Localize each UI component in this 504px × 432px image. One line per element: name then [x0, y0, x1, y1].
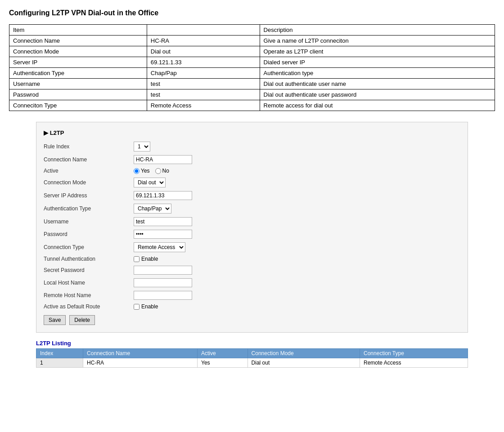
- connection-type-row: Connection Type Remote Access: [44, 242, 460, 252]
- local-host-row: Local Host Name: [44, 278, 460, 287]
- listing-col-type: Connection Type: [360, 349, 468, 358]
- active-no-radio[interactable]: [155, 168, 161, 174]
- form-buttons: Save Delete: [44, 315, 460, 325]
- config-table: Item Description Connection Name HC-RA G…: [9, 24, 495, 111]
- listing-col-active: Active: [198, 349, 248, 358]
- tunnel-auth-enable-option[interactable]: Enable: [134, 256, 158, 262]
- password-row: Password: [44, 230, 460, 239]
- table-row: Passwrod test Dial out authenticate user…: [9, 89, 495, 100]
- listing-title: L2TP Listing: [36, 340, 468, 347]
- active-yes-option[interactable]: Yes: [134, 168, 150, 174]
- listing-cell-name: HC-RA: [83, 358, 198, 368]
- rule-index-label: Rule Index: [44, 143, 134, 150]
- listing-col-index: Index: [36, 349, 83, 358]
- l2tp-form-panel: ▶ L2TP Rule Index 1 Connection Name Acti…: [36, 122, 468, 333]
- col-value-header: [147, 25, 260, 36]
- remote-host-label: Remote Host Name: [44, 292, 134, 298]
- default-route-label: Active as Default Route: [44, 303, 134, 310]
- table-row: Server IP 69.121.1.33 Dialed server IP: [9, 57, 495, 68]
- local-host-label: Local Host Name: [44, 280, 134, 286]
- tunnel-auth-row: Tunnel Authentication Enable: [44, 256, 460, 262]
- remote-host-row: Remote Host Name: [44, 291, 460, 300]
- auth-type-select[interactable]: Chap/Pap: [134, 204, 171, 214]
- table-row: Connection Name HC-RA Give a name of L2T…: [9, 36, 495, 46]
- panel-title: ▶ L2TP: [44, 129, 460, 136]
- page-title: Configuring L2TP VPN Dial-out in the Off…: [9, 9, 495, 17]
- panel-title-icon: ▶: [44, 129, 48, 136]
- connection-name-input[interactable]: [134, 155, 192, 164]
- tunnel-auth-label: Tunnel Authentication: [44, 256, 134, 262]
- secret-password-label: Secret Password: [44, 267, 134, 273]
- table-row: Authentication Type Chap/Pap Authenticat…: [9, 68, 495, 79]
- server-ip-input[interactable]: [134, 191, 192, 200]
- rule-index-select[interactable]: 1: [134, 142, 150, 151]
- rule-index-row: Rule Index 1: [44, 142, 460, 151]
- listing-cell-active: Yes: [198, 358, 248, 368]
- listing-col-name: Connection Name: [83, 349, 198, 358]
- listing-row: 1 HC-RA Yes Dial out Remote Access: [36, 358, 468, 368]
- server-ip-label: Server IP Address: [44, 192, 134, 199]
- auth-type-row: Authentication Type Chap/Pap: [44, 204, 460, 214]
- table-row: Username test Dial out authenticate user…: [9, 79, 495, 89]
- remote-host-input[interactable]: [134, 291, 192, 300]
- password-label: Password: [44, 231, 134, 237]
- secret-password-row: Secret Password: [44, 266, 460, 275]
- auth-type-label: Authentication Type: [44, 205, 134, 212]
- username-label: Username: [44, 218, 134, 225]
- connection-type-label: Connection Type: [44, 244, 134, 250]
- col-item-header: Item: [9, 25, 147, 36]
- password-input[interactable]: [134, 230, 192, 239]
- listing-cell-mode: Dial out: [248, 358, 360, 368]
- active-no-option[interactable]: No: [155, 168, 169, 174]
- local-host-input[interactable]: [134, 278, 192, 287]
- table-row: Conneciton Type Remote Access Remote acc…: [9, 100, 495, 111]
- username-input[interactable]: [134, 217, 192, 226]
- table-row: Connection Mode Dial out Operate as L2TP…: [9, 46, 495, 57]
- active-row: Active Yes No: [44, 168, 460, 174]
- default-route-checkbox[interactable]: [134, 304, 140, 310]
- connection-name-label: Connection Name: [44, 156, 134, 163]
- default-route-enable-option[interactable]: Enable: [134, 303, 158, 310]
- connection-name-row: Connection Name: [44, 155, 460, 164]
- col-description-header: Description: [260, 25, 495, 36]
- server-ip-row: Server IP Address: [44, 191, 460, 200]
- tunnel-auth-checkbox[interactable]: [134, 256, 140, 262]
- connection-mode-select[interactable]: Dial out: [134, 178, 166, 187]
- active-yes-radio[interactable]: [134, 168, 140, 174]
- save-button[interactable]: Save: [44, 315, 66, 325]
- connection-mode-row: Connection Mode Dial out: [44, 178, 460, 187]
- listing-col-mode: Connection Mode: [248, 349, 360, 358]
- rule-index-control[interactable]: 1: [134, 142, 150, 151]
- listing-cell-index: 1: [36, 358, 83, 368]
- username-row: Username: [44, 217, 460, 226]
- listing-cell-type: Remote Access: [360, 358, 468, 368]
- listing-table: Index Connection Name Active Connection …: [36, 348, 468, 368]
- delete-button[interactable]: Delete: [69, 315, 95, 325]
- connection-type-select[interactable]: Remote Access: [134, 242, 185, 252]
- default-route-row: Active as Default Route Enable: [44, 303, 460, 310]
- secret-password-input[interactable]: [134, 266, 192, 275]
- connection-mode-label: Connection Mode: [44, 179, 134, 186]
- active-label: Active: [44, 168, 134, 174]
